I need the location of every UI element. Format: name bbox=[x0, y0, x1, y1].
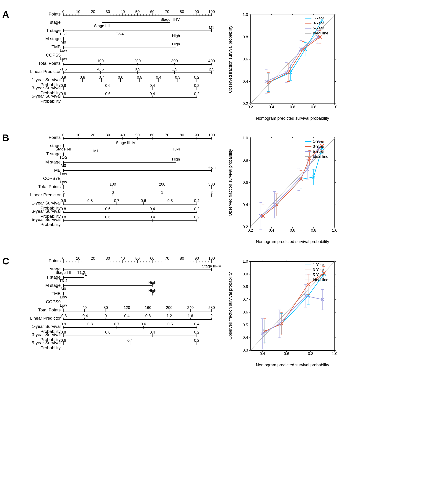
svg-text:0.8: 0.8 bbox=[311, 228, 317, 233]
svg-text:High: High bbox=[148, 289, 156, 293]
nomo-axis-10: 0.80.60.40.2 bbox=[63, 92, 212, 100]
nomo-label-5: COPS5 bbox=[13, 51, 63, 58]
nomo-row-1: stageStage I-IIStage III-IV bbox=[13, 18, 218, 26]
svg-text:-0.4: -0.4 bbox=[81, 314, 88, 318]
svg-text:0.5: 0.5 bbox=[167, 322, 173, 326]
svg-text:80: 80 bbox=[180, 133, 184, 137]
nomo-axis-6: 0100200300 bbox=[63, 183, 212, 191]
svg-text:0.6: 0.6 bbox=[105, 207, 111, 211]
svg-text:100: 100 bbox=[208, 10, 215, 14]
svg-line-222 bbox=[301, 37, 318, 49]
nomo-axis-9: 0.80.60.40.2 bbox=[63, 84, 212, 92]
svg-text:100: 100 bbox=[97, 59, 103, 63]
svg-text:0: 0 bbox=[62, 133, 64, 137]
svg-line-704 bbox=[308, 274, 324, 296]
svg-text:0.4: 0.4 bbox=[242, 335, 248, 340]
panel-label-A: A bbox=[2, 8, 11, 122]
svg-text:0: 0 bbox=[62, 10, 64, 14]
svg-text:0.4: 0.4 bbox=[128, 338, 133, 343]
svg-text:High: High bbox=[172, 34, 180, 38]
nomo-axis-2: T1-2M1 bbox=[63, 150, 212, 158]
svg-text:1.0: 1.0 bbox=[242, 259, 248, 264]
svg-text:1.0: 1.0 bbox=[332, 228, 337, 233]
svg-text:Ideal line: Ideal line bbox=[313, 31, 328, 35]
nomo-row-9: 3-year Survival Probability0.80.60.40.2 bbox=[13, 84, 218, 92]
svg-text:Observed fraction survival pro: Observed fraction survival probability bbox=[228, 26, 233, 93]
svg-text:0.6: 0.6 bbox=[242, 57, 248, 61]
svg-text:0.8: 0.8 bbox=[87, 322, 93, 326]
svg-text:0.2: 0.2 bbox=[194, 338, 199, 343]
svg-text:160: 160 bbox=[145, 305, 151, 310]
svg-text:100: 100 bbox=[208, 133, 215, 137]
svg-text:10: 10 bbox=[76, 256, 80, 261]
nomo-row-10: 5-year Survival Probability0.60.40.2 bbox=[13, 339, 218, 347]
svg-text:0.7: 0.7 bbox=[114, 322, 119, 326]
svg-text:0.8: 0.8 bbox=[87, 199, 93, 203]
svg-text:20: 20 bbox=[91, 256, 95, 261]
svg-line-478 bbox=[274, 179, 299, 205]
nomo-row-2: T stageT1-2M1 bbox=[13, 150, 218, 158]
calibration-plot: 0.20.40.60.81.00.20.40.60.81.0Observed f… bbox=[227, 131, 341, 245]
nomo-label-3: M stage bbox=[13, 35, 63, 41]
svg-text:Stage III-IV: Stage III-IV bbox=[160, 17, 180, 22]
svg-text:0.2: 0.2 bbox=[248, 228, 253, 233]
svg-text:30: 30 bbox=[106, 10, 110, 14]
svg-text:90: 90 bbox=[195, 256, 199, 261]
svg-text:0.6: 0.6 bbox=[105, 215, 111, 219]
svg-text:0.6: 0.6 bbox=[284, 352, 289, 356]
nomo-row-3: M stageM0High bbox=[13, 158, 218, 166]
nomo-label-6: Total Points bbox=[13, 60, 63, 66]
svg-text:0.6: 0.6 bbox=[105, 83, 111, 88]
nomo-axis-4: LowHigh bbox=[63, 166, 212, 174]
svg-text:0.6: 0.6 bbox=[290, 228, 295, 233]
svg-text:0.2: 0.2 bbox=[194, 83, 199, 88]
svg-text:1.0: 1.0 bbox=[332, 352, 337, 356]
nomo-row-6: Total Points0100200300400 bbox=[13, 60, 218, 67]
svg-text:Nomogram predicted survival pr: Nomogram predicted survival probability bbox=[256, 239, 329, 244]
nomo-label-7: Linear Predictor bbox=[13, 314, 63, 321]
svg-text:1-Year: 1-Year bbox=[313, 139, 324, 144]
nomo-label-2: T stage bbox=[13, 27, 63, 33]
svg-text:0.8: 0.8 bbox=[311, 105, 317, 109]
svg-text:0.8: 0.8 bbox=[61, 92, 66, 96]
svg-text:0.6: 0.6 bbox=[141, 199, 146, 203]
svg-text:0: 0 bbox=[112, 190, 114, 195]
nomo-axis-0: 0102030405060708090100 bbox=[63, 10, 212, 18]
svg-text:1.5: 1.5 bbox=[172, 67, 177, 71]
svg-text:High: High bbox=[172, 42, 180, 46]
calibration-plot: 0.40.60.81.00.30.40.50.60.70.80.91.0Obse… bbox=[227, 255, 341, 369]
svg-text:1.2: 1.2 bbox=[166, 314, 172, 318]
svg-text:400: 400 bbox=[208, 59, 215, 63]
svg-text:0.4: 0.4 bbox=[260, 352, 265, 356]
nomo-label-0: Points bbox=[13, 134, 63, 140]
svg-text:90: 90 bbox=[195, 10, 199, 14]
nomogram-C: Points0102030405060708090100stageStage I… bbox=[13, 255, 218, 369]
svg-text:5-Year: 5-Year bbox=[313, 26, 324, 30]
svg-text:0: 0 bbox=[62, 59, 64, 63]
svg-text:1.0: 1.0 bbox=[332, 105, 337, 109]
nomo-axis-6: 0100200300400 bbox=[63, 60, 212, 67]
svg-text:0.2: 0.2 bbox=[194, 207, 199, 211]
svg-text:200: 200 bbox=[134, 59, 141, 63]
nomo-axis-1: Stage I-IIT1-2Stage III-IV bbox=[63, 265, 212, 273]
nomo-label-6: Total Points bbox=[13, 183, 63, 189]
panel-A: APoints0102030405060708090100stageStage … bbox=[2, 5, 446, 128]
svg-text:Stage III-IV: Stage III-IV bbox=[116, 141, 135, 145]
nomo-row-2: T stageT3-4M1 bbox=[13, 273, 218, 281]
svg-text:5-Year: 5-Year bbox=[313, 273, 324, 277]
svg-text:0.2: 0.2 bbox=[194, 330, 199, 335]
nomo-axis-0: 0102030405060708090100 bbox=[63, 134, 212, 141]
nomo-axis-3: M0High bbox=[63, 158, 212, 166]
nomo-row-9: 3-year Survival Probability0.80.60.40.2 bbox=[13, 331, 218, 338]
nomo-axis-1: Stage I-IIStage III-IV bbox=[63, 18, 212, 26]
svg-text:0.9: 0.9 bbox=[61, 322, 66, 326]
nomo-axis-4: LowHigh bbox=[63, 43, 212, 51]
svg-text:0.8: 0.8 bbox=[308, 352, 313, 356]
svg-text:0.6: 0.6 bbox=[242, 310, 248, 314]
svg-text:0.8: 0.8 bbox=[242, 35, 248, 39]
svg-text:0.4: 0.4 bbox=[269, 105, 274, 109]
panel-label-C: C bbox=[2, 255, 11, 369]
nomo-row-7: Linear Predictor-0.8-0.400.40.81.21.62 bbox=[13, 314, 218, 322]
svg-text:3-Year: 3-Year bbox=[313, 144, 324, 149]
svg-text:40: 40 bbox=[121, 256, 125, 261]
